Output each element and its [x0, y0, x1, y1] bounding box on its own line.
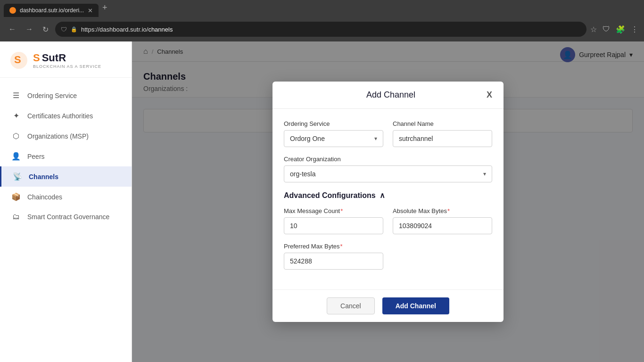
logo-svg: S — [9, 51, 28, 70]
form-group-absolute-max-bytes: Absolute Max Bytes* — [393, 207, 492, 234]
svg-text:S: S — [14, 54, 21, 66]
form-group-creator-org: Creator Organization org-tesla ▾ — [284, 156, 492, 182]
creator-org-select[interactable]: org-tesla ▾ — [284, 165, 492, 182]
channels-icon: 📡 — [13, 172, 22, 181]
organizations-icon: ⬡ — [11, 132, 21, 140]
max-message-count-label: Max Message Count* — [284, 207, 383, 214]
form-group-channel-name: Channel Name — [393, 120, 492, 147]
sidebar: S SSutR BLOCKCHAIN AS A SERVICE ☰ Orderi… — [0, 41, 132, 362]
governance-icon: 🗂 — [11, 213, 21, 221]
forward-button[interactable]: → — [23, 23, 36, 35]
form-group-max-message-count: Max Message Count* — [284, 207, 383, 234]
form-row-1: Ordering Service Ordorg One ▾ Channel Na… — [284, 120, 492, 147]
modal-footer: Cancel Add Channel — [272, 289, 504, 322]
ordering-service-select[interactable]: Ordorg One ▾ — [284, 130, 383, 147]
sidebar-item-label-peers: Peers — [27, 153, 45, 160]
sidebar-item-governance[interactable]: 🗂 Smart Contract Governance — [0, 207, 132, 227]
extension-shield-icon[interactable]: 🛡 — [603, 25, 610, 34]
form-row-2: Creator Organization org-tesla ▾ — [284, 156, 492, 182]
absolute-max-bytes-input[interactable] — [393, 217, 492, 234]
new-tab-button[interactable]: + — [102, 3, 107, 15]
sidebar-item-peers[interactable]: 👤 Peers — [0, 146, 132, 166]
tab-title: dashboard.sutr.io/orderi... — [20, 7, 84, 14]
menu-icon[interactable]: ⋮ — [631, 25, 638, 34]
tab-close-button[interactable]: ✕ — [88, 7, 93, 14]
absolute-max-bytes-label: Absolute Max Bytes* — [393, 207, 492, 214]
ordering-icon: ☰ — [11, 91, 21, 100]
browser-tab[interactable]: dashboard.sutr.io/orderi... ✕ — [4, 4, 99, 17]
sidebar-item-label-chaincodes: Chaincodes — [27, 193, 62, 201]
sidebar-item-label-organizations: Organizations (MSP) — [27, 132, 89, 140]
ordering-service-value: Ordorg One — [290, 135, 374, 142]
form-group-placeholder — [393, 243, 492, 270]
cancel-button[interactable]: Cancel — [327, 297, 375, 314]
back-button[interactable]: ← — [6, 23, 19, 35]
sidebar-item-certificates[interactable]: ✦ Certificates Authorities — [0, 106, 132, 126]
sidebar-item-label-channels: Channels — [29, 173, 58, 181]
form-row-advanced-2: Preferred Max Bytes* — [284, 243, 492, 270]
sidebar-nav: ☰ Ordering Service ✦ Certificates Author… — [0, 78, 132, 362]
extensions-icon[interactable]: 🧩 — [616, 25, 625, 34]
preferred-max-bytes-input[interactable] — [284, 253, 383, 270]
sidebar-item-chaincodes[interactable]: 📦 Chaincodes — [0, 187, 132, 207]
add-channel-button[interactable]: Add Channel — [382, 297, 449, 314]
creator-org-value: org-tesla — [290, 170, 483, 178]
address-bar[interactable]: 🛡 🔒 https://dashboard.sutr.io/channels — [55, 22, 586, 37]
modal-header: Add Channel X — [272, 82, 504, 109]
url-display: https://dashboard.sutr.io/channels — [81, 26, 173, 33]
sidebar-item-organizations[interactable]: ⬡ Organizations (MSP) — [0, 126, 132, 146]
bookmark-icon[interactable]: ☆ — [590, 25, 597, 34]
advanced-configurations-title: Advanced Configurations ∧ — [284, 191, 492, 200]
sidebar-item-label-governance: Smart Contract Governance — [27, 213, 109, 221]
tab-favicon — [9, 7, 16, 14]
channel-name-label: Channel Name — [393, 120, 492, 127]
channel-name-input[interactable] — [393, 130, 492, 147]
form-row-advanced-1: Max Message Count* Absolute Max Bytes* — [284, 207, 492, 234]
form-group-ordering-service: Ordering Service Ordorg One ▾ — [284, 120, 383, 147]
sidebar-item-label-ordering: Ordering Service — [27, 92, 77, 99]
advanced-collapse-icon[interactable]: ∧ — [380, 191, 385, 200]
creator-org-label: Creator Organization — [284, 156, 492, 163]
logo-letter-s: S — [33, 52, 40, 64]
certificates-icon: ✦ — [11, 111, 21, 120]
modal-close-button[interactable]: X — [487, 90, 492, 100]
logo-name: SSutR — [33, 52, 101, 64]
ordering-service-dropdown-icon: ▾ — [374, 135, 377, 142]
logo-subtitle: BLOCKCHAIN AS A SERVICE — [33, 64, 101, 69]
advanced-configurations-section: Advanced Configurations ∧ Max Message Co… — [284, 191, 492, 270]
sidebar-item-ordering[interactable]: ☰ Ordering Service — [0, 85, 132, 106]
form-group-preferred-max-bytes: Preferred Max Bytes* — [284, 243, 383, 270]
reload-button[interactable]: ↻ — [40, 23, 51, 36]
modal-overlay: Add Channel X Ordering Service Ordorg On… — [132, 41, 644, 362]
creator-org-dropdown-icon: ▾ — [483, 171, 486, 177]
sidebar-logo: S SSutR BLOCKCHAIN AS A SERVICE — [0, 41, 132, 78]
add-channel-modal: Add Channel X Ordering Service Ordorg On… — [272, 82, 504, 322]
main-content: 👤 Gurpreet Rajpal ▾ ⌂ / Channels Channel… — [132, 41, 644, 362]
sidebar-item-channels[interactable]: 📡 Channels — [0, 166, 132, 187]
max-message-count-input[interactable] — [284, 217, 383, 234]
peers-icon: 👤 — [11, 152, 21, 161]
logo-text: SSutR BLOCKCHAIN AS A SERVICE — [33, 52, 101, 69]
preferred-max-bytes-label: Preferred Max Bytes* — [284, 243, 383, 250]
shield-icon: 🛡 — [61, 26, 67, 33]
chaincodes-icon: 📦 — [11, 192, 21, 201]
ordering-service-label: Ordering Service — [284, 120, 383, 127]
modal-body: Ordering Service Ordorg One ▾ Channel Na… — [272, 109, 504, 289]
modal-title: Add Channel — [295, 90, 487, 100]
sidebar-item-label-certificates: Certificates Authorities — [27, 112, 93, 120]
lock-icon: 🔒 — [71, 26, 77, 33]
